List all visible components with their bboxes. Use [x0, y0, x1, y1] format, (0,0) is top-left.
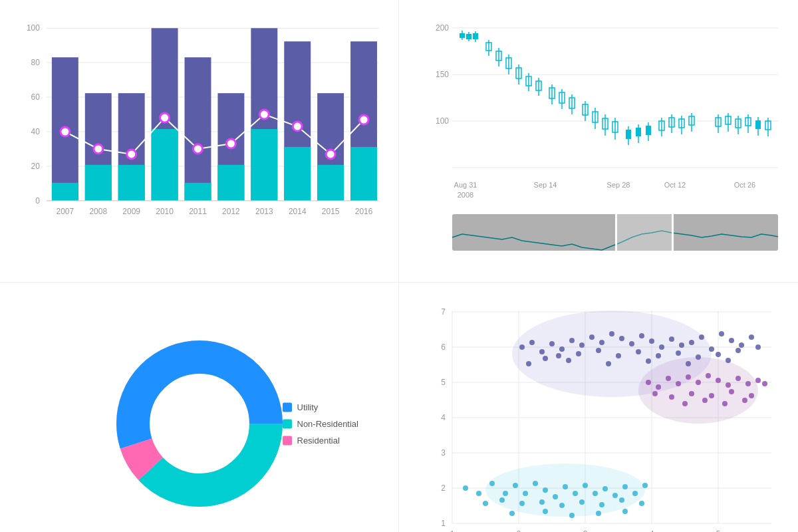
dot-cluster3 [513, 483, 518, 488]
dot-cluster1 [549, 341, 555, 346]
svg-rect-66 [755, 120, 761, 129]
dot-cluster2 [676, 381, 681, 386]
dot-cluster1 [606, 361, 611, 366]
y-label-1: 1 [441, 519, 446, 528]
dot-2016 [359, 115, 368, 124]
x-label-2009: 2009 [122, 207, 140, 216]
y-label-3: 3 [441, 448, 446, 458]
dot-cluster1 [556, 353, 561, 358]
dashboard: 0 20 40 60 80 100 [0, 0, 798, 532]
dot-cluster1 [669, 336, 674, 342]
candle-group-oct26 [716, 113, 771, 136]
y-label-6: 6 [441, 342, 446, 352]
cluster2-ellipse [638, 357, 758, 424]
dot-cluster1 [639, 333, 644, 338]
x-label-2: 2 [517, 529, 521, 532]
dot-2015 [326, 150, 335, 159]
x-label-2016: 2016 [355, 207, 373, 216]
bar-2009-cyan [118, 165, 145, 201]
dot-cluster1 [616, 353, 621, 358]
legend-label-non-residential: Non-Residential [297, 419, 359, 429]
x-label-oct12: Oct 12 [664, 181, 686, 189]
x-label-2014: 2014 [289, 207, 307, 216]
dot-cluster1 [539, 349, 545, 354]
dot-cluster2 [689, 391, 694, 396]
dot-cluster1 [619, 336, 624, 341]
dot-cluster3 [612, 493, 618, 498]
legend-item-residential: Residential [283, 436, 359, 446]
dot-2007 [61, 127, 70, 136]
bar-2016-cyan [350, 147, 377, 201]
dot-cluster3 [602, 486, 608, 491]
dot-cluster2 [735, 376, 741, 381]
dot-cluster1 [569, 338, 575, 343]
nav-handle-left[interactable] [615, 213, 617, 252]
dot-cluster2 [729, 389, 734, 394]
nav-selection [617, 214, 672, 251]
legend-item-utility: Utility [283, 402, 359, 412]
x-label-2008: 2008 [458, 191, 473, 199]
dot-cluster1 [609, 331, 614, 336]
dot-cluster2 [706, 373, 711, 378]
donut-chart-cell: Utility Non-Residential Residential [0, 283, 399, 532]
dot-2009 [127, 150, 136, 159]
bar-line-svg: 0 20 40 60 80 100 [13, 13, 385, 269]
x-label-1: 1 [450, 529, 455, 532]
x-label-3: 3 [583, 529, 588, 532]
dot-2014 [293, 122, 302, 131]
dot-cluster1 [636, 349, 641, 354]
dot-cluster3 [619, 497, 624, 503]
dot-cluster1 [589, 334, 595, 340]
dot-cluster3 [476, 491, 481, 496]
bar-2010-cyan [152, 129, 178, 201]
x-label-oct26: Oct 26 [734, 181, 755, 189]
x-label-2007: 2007 [57, 207, 74, 216]
dot-cluster1 [629, 341, 634, 346]
legend-dot-non-residential [283, 419, 292, 428]
bar-2015-cyan [317, 165, 344, 201]
nav-handle-right[interactable] [672, 213, 674, 252]
y-label-100: 100 [436, 116, 449, 126]
dot-cluster1 [659, 344, 664, 350]
y-label-2: 2 [441, 483, 446, 493]
x-label-2010: 2010 [156, 207, 174, 216]
dot-cluster2 [755, 378, 761, 383]
dot-cluster2 [696, 380, 701, 385]
svg-rect-12 [460, 33, 465, 38]
dot-cluster3 [622, 509, 628, 514]
bar-2013-cyan [251, 129, 277, 201]
x-label-aug31: Aug 31 [454, 181, 477, 189]
dot-cluster1 [749, 334, 754, 340]
dot-cluster3 [593, 491, 598, 496]
dot-cluster3 [489, 481, 495, 486]
candle-group-sep14 [549, 84, 575, 114]
dot-cluster1 [689, 340, 694, 345]
dot-cluster3 [579, 499, 585, 505]
dot-cluster3 [523, 491, 528, 496]
dot-cluster3 [503, 491, 508, 496]
dot-cluster2 [726, 382, 731, 388]
dot-cluster1 [599, 340, 604, 345]
dot-cluster1 [596, 348, 601, 353]
dot-cluster1 [519, 344, 525, 350]
dot-2011 [194, 144, 203, 154]
dot-cluster1 [729, 338, 734, 343]
legend-item-non-residential: Non-Residential [283, 419, 359, 429]
dot-cluster3 [533, 481, 538, 486]
bar-2008-cyan [85, 165, 112, 201]
legend-dot-utility [283, 402, 292, 412]
dot-cluster2 [682, 401, 688, 406]
bar-2014-cyan [284, 147, 311, 201]
dot-cluster1 [526, 361, 531, 366]
dot-cluster1 [646, 358, 651, 364]
x-label-2012: 2012 [222, 207, 240, 216]
dot-cluster3 [509, 511, 515, 516]
y-label-20: 20 [31, 162, 41, 171]
svg-rect-14 [466, 34, 471, 39]
y-label-200: 200 [436, 23, 449, 33]
dot-cluster1 [543, 356, 548, 361]
cluster3-ellipse [485, 464, 645, 517]
scatter-chart: 1 2 3 4 5 6 7 1 2 3 4 5 [399, 283, 798, 532]
dot-cluster1 [676, 350, 681, 356]
y-label-100: 100 [27, 23, 40, 33]
